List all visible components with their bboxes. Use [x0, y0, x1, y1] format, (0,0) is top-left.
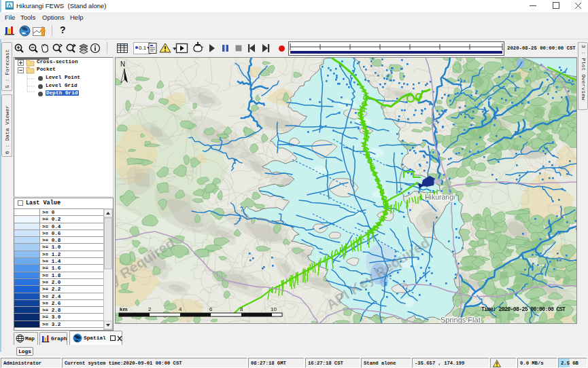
svg-text:N: N	[120, 60, 125, 68]
svg-text:10: 10	[271, 306, 277, 312]
svg-text:SH1: SH1	[430, 117, 437, 128]
svg-text:km: km	[120, 306, 128, 312]
svg-text:2: 2	[148, 306, 152, 312]
svg-text:Time: 2020-08-25 00:00:00 CST: Time: 2020-08-25 00:00:00 CST	[481, 306, 566, 312]
svg-text:8: 8	[240, 306, 243, 312]
svg-text:Springs Flat: Springs Flat	[440, 316, 481, 324]
svg-text:4: 4	[179, 306, 182, 312]
svg-text:Hikurangi: Hikurangi	[425, 193, 455, 201]
svg-text:6: 6	[209, 306, 213, 312]
